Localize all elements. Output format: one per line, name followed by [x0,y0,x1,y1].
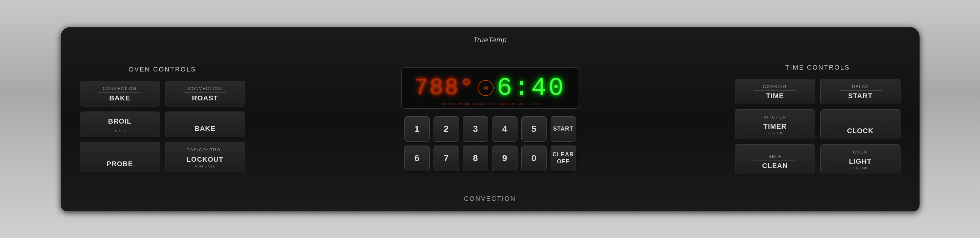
display-time: 6:40 [497,73,566,102]
clear-off-button[interactable]: CLEAROFF [550,146,576,171]
divider [754,90,797,90]
convection-roast-button[interactable]: Convection Roast [165,81,245,106]
display-area: 788° ⊗ 6:40 PREHEAT PROBE LOCKED HOT SAB… [401,67,579,109]
broil-button[interactable]: Broil Hi / Lo [80,111,160,137]
self-clean-button[interactable]: Self Clean [735,144,815,174]
start-button[interactable]: START [550,116,576,142]
center-section: 788° ⊗ 6:40 PREHEAT PROBE LOCKED HOT SAB… [401,67,579,171]
key-3-button[interactable]: 3 [463,116,488,142]
key-6-button[interactable]: 6 [404,146,430,171]
kitchen-timer-button[interactable]: Kitchen Timer On / Off [735,109,815,139]
oven-light-button[interactable]: Oven Light On / Off [820,144,900,174]
convection-label: Convection [464,195,516,202]
display-fan-icon: ⊗ [478,80,494,96]
control-panel: TrueTemp Convection Oven Controls Convec… [61,27,920,211]
oven-controls-title: Oven Controls [129,66,196,73]
bake-button[interactable]: Bake [165,111,245,137]
oven-controls-section: Oven Controls Convection Bake Convection… [80,66,245,172]
time-buttons-grid: Cooking Time Delay Start Kitchen Timer O… [735,79,900,174]
key-2-button[interactable]: 2 [434,116,459,142]
delay-start-button[interactable]: Delay Start [820,79,900,104]
convection-bake-button[interactable]: Convection Bake [80,81,160,106]
key-1-button[interactable]: 1 [404,116,430,142]
key-7-button[interactable]: 7 [434,146,459,171]
divider [98,127,142,127]
probe-button[interactable]: Probe [80,142,160,172]
key-8-button[interactable]: 8 [463,146,488,171]
time-controls-section: Time Controls Cooking Time Delay Start K… [735,64,900,174]
oven-buttons-grid: Convection Bake Convection Roast Broil H… [80,81,245,172]
key-0-button[interactable]: 0 [521,146,547,171]
clock-button[interactable]: Clock [820,109,900,139]
time-controls-title: Time Controls [785,64,850,71]
divider [183,92,227,93]
cooking-time-button[interactable]: Cooking Time [735,79,815,104]
key-9-button[interactable]: 9 [492,146,517,171]
key-4-button[interactable]: 4 [492,116,517,142]
keypad: 1 2 3 4 5 START 6 7 8 9 0 CLEAROFF [404,116,576,171]
divider [754,160,797,160]
gas-control-lockout-button[interactable]: Gas/Control Lockout Hold 3 Sec [165,142,245,172]
display-indicators: PREHEAT PROBE LOCKED HOT SABBATH LOCK DE… [405,102,575,105]
divider [98,92,142,93]
truetemp-label: TrueTemp [473,36,507,44]
display-temp: 788° [414,75,474,101]
divider [839,90,882,90]
key-5-button[interactable]: 5 [521,116,547,142]
appliance-outer: TrueTemp Convection Oven Controls Convec… [0,0,980,238]
